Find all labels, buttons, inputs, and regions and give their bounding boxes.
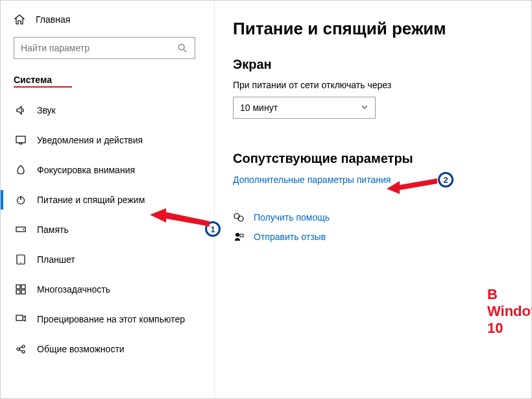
multitask-icon: [15, 284, 27, 295]
sidebar-item-label: Проецирование на этот компьютер: [37, 314, 185, 324]
focus-icon: [15, 164, 27, 176]
sidebar-item-project[interactable]: Проецирование на этот компьютер: [14, 304, 214, 334]
svg-line-1: [184, 49, 186, 52]
annotation-caption: В Windows 10: [487, 286, 532, 337]
sidebar-item-label: Питание и спящий режим: [37, 195, 145, 205]
annotation-arrow-2: [387, 177, 439, 197]
svg-point-16: [22, 350, 25, 353]
svg-point-21: [236, 233, 239, 237]
svg-line-18: [19, 350, 22, 351]
sidebar-item-focus[interactable]: Фокусировка внимания: [14, 155, 214, 185]
sidebar-item-label: Звук: [37, 105, 56, 115]
sidebar-item-label: Многозадачность: [37, 284, 110, 295]
svg-rect-10: [21, 285, 25, 289]
home-nav[interactable]: Главная: [14, 14, 214, 25]
tablet-icon: [15, 254, 27, 265]
annotation-badge-2: 2: [438, 172, 453, 187]
sidebar-item-label: Общие возможности: [37, 344, 125, 354]
annotation-underline: [14, 86, 72, 88]
sidebar-item-label: Уведомления и действия: [37, 135, 143, 145]
annotation-arrow-1: [150, 207, 212, 236]
search-icon: [176, 42, 188, 54]
svg-rect-11: [16, 290, 20, 294]
svg-marker-24: [387, 178, 437, 194]
svg-point-14: [17, 348, 19, 350]
sidebar-item-label: Фокусировка внимания: [37, 165, 135, 175]
home-icon: [14, 14, 25, 25]
home-label: Главная: [36, 14, 70, 25]
sidebar-item-shared[interactable]: Общие возможности: [14, 334, 214, 364]
sidebar-item-tablet[interactable]: Планшет: [14, 245, 214, 274]
svg-point-6: [23, 229, 24, 230]
svg-line-17: [19, 347, 22, 348]
power-icon: [15, 194, 27, 206]
sound-icon: [15, 104, 27, 116]
svg-rect-2: [16, 136, 25, 143]
project-icon: [15, 313, 27, 325]
svg-point-8: [20, 262, 21, 263]
notifications-icon: [15, 134, 27, 146]
search-input[interactable]: [21, 43, 176, 53]
sidebar-item-label: Планшет: [37, 254, 75, 265]
storage-icon: [15, 224, 27, 236]
screen-timeout-dropdown[interactable]: 10 минут: [233, 97, 376, 119]
category-label: Система: [14, 75, 214, 85]
sidebar-item-label: Память: [37, 224, 69, 235]
sidebar-item-notifications[interactable]: Уведомления и действия: [14, 125, 214, 155]
main-content: Питание и спящий режим Экран При питании…: [215, 1, 531, 398]
screen-turnoff-label: При питании от сети отключать через: [233, 80, 531, 90]
sidebar: Главная Система Звук Уведомления и дейст…: [1, 1, 215, 398]
shared-icon: [15, 343, 27, 355]
chevron-down-icon: [361, 103, 369, 113]
feedback-icon: [233, 231, 245, 243]
feedback-row[interactable]: Отправить отзыв: [233, 231, 531, 243]
svg-rect-22: [240, 234, 243, 237]
screen-heading: Экран: [233, 57, 531, 72]
get-help-row[interactable]: Получить помощь: [233, 212, 531, 223]
svg-point-15: [22, 345, 25, 348]
svg-point-20: [238, 216, 243, 221]
help-icon: [233, 212, 245, 223]
svg-rect-9: [16, 285, 20, 289]
related-heading: Сопутствующие параметры: [233, 151, 531, 166]
search-input-box[interactable]: [14, 37, 195, 59]
svg-rect-12: [21, 290, 25, 294]
sidebar-item-sound[interactable]: Звук: [14, 95, 214, 125]
svg-point-0: [178, 44, 184, 50]
dropdown-value: 10 минут: [240, 103, 278, 113]
help-link[interactable]: Получить помощь: [254, 212, 330, 223]
svg-rect-13: [16, 315, 23, 320]
additional-power-link[interactable]: Дополнительные параметры питания: [233, 175, 391, 185]
feedback-link[interactable]: Отправить отзыв: [254, 232, 326, 242]
svg-marker-23: [150, 208, 210, 226]
sidebar-item-multitask[interactable]: Многозадачность: [14, 274, 214, 304]
page-title: Питание и спящий режим: [233, 19, 531, 39]
